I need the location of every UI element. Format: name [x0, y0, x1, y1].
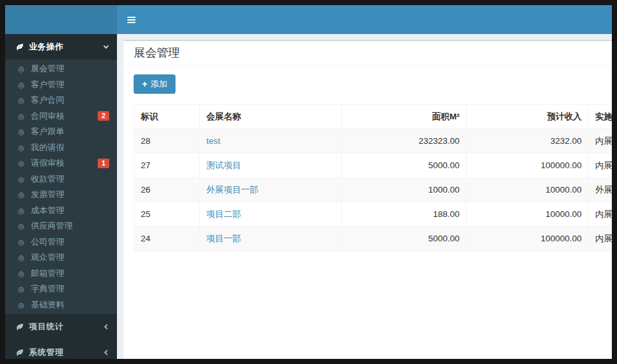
table-header-row: 标识会展名称面积M²预计收入实施部门	[134, 104, 613, 128]
column-header: 面积M²	[342, 104, 467, 128]
exhibition-name-cell: 外展项目一部	[200, 177, 342, 202]
sidebar-item: ◎公司管理	[5, 234, 117, 250]
sidebar-item-link[interactable]: ◎供应商管理	[5, 218, 117, 234]
leaf-icon	[14, 43, 24, 51]
content-area: 展会管理 + 添加 标识会展名称面积M²预计收入实施部门 28test23232…	[117, 34, 612, 359]
sidebar-item-link[interactable]: ◎观众管理	[5, 250, 117, 266]
circle-dot-icon: ◎	[17, 80, 26, 91]
sidebar-item-label: 观众管理	[31, 252, 109, 263]
circle-dot-icon: ◎	[17, 95, 26, 106]
exhibition-id-cell: 24	[134, 226, 200, 250]
circle-dot-icon: ◎	[17, 189, 26, 200]
sidebar-item: ◎客户跟单	[5, 124, 117, 140]
sidebar-item: ◎收款管理	[5, 171, 117, 187]
sidebar-section-label: 系统管理	[29, 347, 103, 358]
page-title: 展会管理	[134, 47, 612, 60]
exhibition-id-cell: 26	[134, 177, 200, 202]
exhibition-name-cell: 项目一部	[200, 226, 342, 250]
exhibition-name-link[interactable]: 项目一部	[206, 234, 241, 243]
sidebar-section-label: 项目统计	[29, 321, 103, 333]
circle-dot-icon: ◎	[17, 205, 26, 216]
box-header: 展会管理	[123, 41, 612, 66]
exhibition-name-link[interactable]: 项目二部	[206, 209, 241, 219]
sidebar-item-link[interactable]: ◎发票管理	[5, 187, 117, 203]
sidebar-item-label: 成本管理	[31, 205, 109, 216]
sidebar-section: 系统管理	[5, 340, 117, 359]
sidebar-item-label: 客户管理	[31, 80, 109, 91]
exhibition-area-cell: 188.00	[342, 202, 467, 226]
sidebar-section-toggle[interactable]: 业务操作	[5, 34, 117, 60]
sidebar-item-link[interactable]: ◎公司管理	[5, 234, 117, 250]
sidebar-section-toggle[interactable]: 项目统计	[5, 314, 117, 340]
sidebar-item-link[interactable]: ◎邮箱管理	[5, 266, 117, 282]
sidebar-item: ◎供应商管理	[5, 218, 117, 234]
sidebar-item-link[interactable]: ◎基础资料	[5, 297, 117, 313]
exhibition-dept-cell: 内展项目	[589, 128, 613, 153]
plus-icon: +	[142, 80, 147, 88]
sidebar-item: ◎合同审核2	[5, 108, 117, 125]
sidebar-item-link[interactable]: ◎字典管理	[5, 281, 117, 297]
sidebar-item-label: 发票管理	[31, 189, 109, 200]
add-button[interactable]: + 添加	[134, 74, 175, 94]
app-screen: 业务操作◎展会管理◎客户管理◎客户合同◎合同审核2◎客户跟单◎我的请假◎请假审核…	[5, 5, 612, 359]
hamburger-icon	[127, 17, 136, 18]
exhibition-dept-cell: 内展项目	[589, 202, 613, 226]
sidebar-item: ◎观众管理	[5, 250, 117, 266]
exhibition-name-cell: test	[200, 128, 342, 153]
circle-dot-icon: ◎	[17, 268, 26, 279]
sidebar-item-label: 我的请假	[31, 143, 109, 153]
sidebar-submenu: ◎展会管理◎客户管理◎客户合同◎合同审核2◎客户跟单◎我的请假◎请假审核1◎收款…	[5, 60, 117, 314]
sidebar-item: ◎邮箱管理	[5, 266, 117, 282]
sidebar-item-label: 供应商管理	[31, 221, 109, 232]
table-row: 26外展项目一部1000.0010000.00外展项目	[134, 177, 613, 202]
sidebar-item-label: 字典管理	[31, 284, 109, 295]
circle-dot-icon: ◎	[17, 284, 26, 295]
circle-dot-icon: ◎	[17, 111, 26, 122]
circle-dot-icon: ◎	[17, 237, 26, 248]
exhibition-revenue-cell: 10000.00	[467, 177, 589, 202]
exhibition-box: 展会管理 + 添加 标识会展名称面积M²预计收入实施部门 28test23232…	[123, 40, 612, 359]
sidebar-item-link[interactable]: ◎客户跟单	[5, 124, 117, 140]
logo	[5, 5, 117, 34]
navbar-main	[117, 5, 612, 34]
sidebar-item: ◎展会管理	[5, 61, 117, 77]
column-header: 标识	[134, 104, 200, 128]
sidebar-item-link[interactable]: ◎客户合同	[5, 92, 117, 108]
sidebar-item-link[interactable]: ◎请假审核1	[5, 155, 117, 171]
exhibition-name-cell: 项目二部	[200, 202, 342, 226]
sidebar-toggle-button[interactable]	[117, 5, 146, 34]
sidebar-item-label: 展会管理	[31, 64, 109, 74]
exhibition-name-link[interactable]: 外展项目一部	[206, 185, 258, 195]
box-body: + 添加 标识会展名称面积M²预计收入实施部门 28test232323.003…	[123, 66, 612, 257]
sidebar-item-link[interactable]: ◎合同审核2	[5, 108, 117, 125]
circle-dot-icon: ◎	[17, 126, 26, 137]
sidebar-item-link[interactable]: ◎展会管理	[5, 61, 117, 77]
exhibition-area-cell: 232323.00	[342, 128, 467, 153]
notification-badge: 2	[98, 111, 109, 121]
sidebar-item-link[interactable]: ◎我的请假	[5, 140, 117, 156]
add-button-label: 添加	[150, 78, 167, 90]
sidebar-section: 项目统计	[5, 314, 117, 340]
sidebar-item: ◎发票管理	[5, 187, 117, 203]
exhibition-id-cell: 27	[134, 153, 200, 177]
exhibition-dept-cell: 内展项目	[589, 226, 613, 250]
circle-dot-icon: ◎	[17, 221, 26, 232]
sidebar-item-link[interactable]: ◎成本管理	[5, 203, 117, 219]
table-row: 24项目一部5000.00100000.00内展项目	[134, 226, 613, 250]
notification-badge: 1	[98, 159, 109, 168]
circle-dot-icon: ◎	[17, 64, 26, 74]
exhibition-area-cell: 5000.00	[342, 153, 467, 177]
exhibition-name-link[interactable]: test	[206, 136, 220, 146]
sidebar-item-label: 客户合同	[31, 95, 109, 106]
sidebar-item-link[interactable]: ◎客户管理	[5, 77, 117, 93]
leaf-icon	[14, 323, 24, 331]
sidebar-section-toggle[interactable]: 系统管理	[5, 340, 117, 359]
table-row: 27测试项目5000.00100000.00内展项目	[134, 153, 613, 177]
sidebar-item-label: 收款管理	[31, 174, 109, 185]
exhibition-name-link[interactable]: 测试项目	[206, 160, 241, 170]
sidebar-item-label: 请假审核	[31, 158, 98, 169]
circle-dot-icon: ◎	[17, 143, 26, 153]
column-header: 预计收入	[467, 104, 589, 128]
sidebar-item-link[interactable]: ◎收款管理	[5, 171, 117, 187]
exhibition-area-cell: 5000.00	[342, 226, 467, 250]
